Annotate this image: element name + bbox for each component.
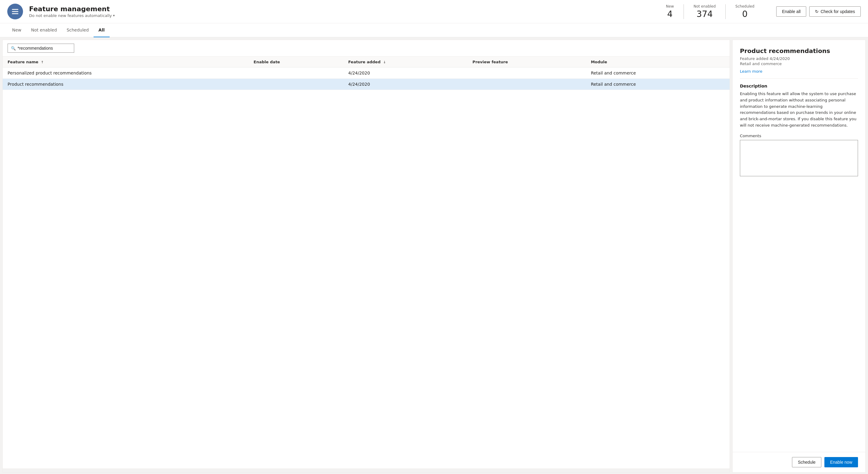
tab-new[interactable]: New: [7, 23, 26, 37]
stat-not-enabled: Not enabled 374: [684, 4, 726, 19]
detail-meta-added: Feature added 4/24/2020: [740, 56, 858, 61]
detail-footer: Schedule Enable now: [733, 452, 865, 472]
tab-scheduled[interactable]: Scheduled: [62, 23, 94, 37]
col-feature-name[interactable]: Feature name ↑: [3, 57, 249, 67]
cell-preview-feature: [468, 79, 586, 90]
col-module[interactable]: Module: [586, 57, 730, 67]
feature-table: Feature name ↑ Enable date Feature added…: [3, 57, 730, 90]
title-block: Feature management Do not enable new fea…: [29, 5, 650, 18]
cell-feature-added: 4/24/2020: [343, 67, 468, 79]
cell-feature-name: Personalized product recommendations: [3, 67, 249, 79]
cell-preview-feature: [468, 67, 586, 79]
comments-textarea[interactable]: [740, 140, 858, 176]
detail-panel: Product recommendations Feature added 4/…: [732, 40, 866, 473]
table-row[interactable]: Personalized product recommendations 4/2…: [3, 67, 730, 79]
description-title: Description: [740, 84, 858, 89]
header-actions: Enable all ↻ Check for updates: [776, 6, 861, 17]
learn-more-link[interactable]: Learn more: [740, 69, 762, 73]
tab-not-enabled[interactable]: Not enabled: [26, 23, 62, 37]
feature-list-pane: 🔍 Feature name ↑ Enable date: [2, 40, 730, 473]
detail-description: Enabling this feature will allow the sys…: [740, 91, 858, 129]
col-enable-date[interactable]: Enable date: [249, 57, 343, 67]
detail-content: Product recommendations Feature added 4/…: [733, 40, 865, 452]
svg-rect-2: [12, 13, 19, 14]
table-scroll[interactable]: Feature name ↑ Enable date Feature added…: [3, 57, 730, 469]
detail-meta-module: Retail and commerce: [740, 62, 858, 66]
comments-label: Comments: [740, 133, 858, 138]
check-updates-button[interactable]: ↻ Check for updates: [809, 6, 861, 17]
cell-module: Retail and commerce: [586, 79, 730, 90]
search-icon: 🔍: [11, 46, 16, 51]
chevron-down-icon: ▾: [113, 13, 115, 18]
search-input[interactable]: [18, 46, 71, 51]
table-header: Feature name ↑ Enable date Feature added…: [3, 57, 730, 67]
table-body: Personalized product recommendations 4/2…: [3, 67, 730, 90]
enable-now-button[interactable]: Enable now: [825, 457, 858, 467]
svg-rect-1: [12, 11, 19, 12]
cell-feature-name: Product recommendations: [3, 79, 249, 90]
stats-block: New 4 Not enabled 374 Scheduled 0: [656, 4, 764, 19]
page-title: Feature management: [29, 5, 650, 13]
enable-all-button[interactable]: Enable all: [776, 6, 807, 17]
cell-enable-date: [249, 79, 343, 90]
detail-divider: [740, 78, 858, 79]
col-feature-added[interactable]: Feature added ↓: [343, 57, 468, 67]
list-icon: [11, 7, 20, 16]
table-row[interactable]: Product recommendations 4/24/2020 Retail…: [3, 79, 730, 90]
main-content: 🔍 Feature name ↑ Enable date: [0, 37, 868, 474]
sort-desc-icon: ↓: [383, 60, 386, 64]
col-preview-feature[interactable]: Preview feature: [468, 57, 586, 67]
schedule-button[interactable]: Schedule: [792, 457, 821, 467]
search-input-wrap[interactable]: 🔍: [7, 43, 74, 53]
cell-enable-date: [249, 67, 343, 79]
cell-module: Retail and commerce: [586, 67, 730, 79]
subtitle-dropdown[interactable]: Do not enable new features automatically…: [29, 13, 650, 18]
sort-asc-icon: ↑: [41, 60, 43, 64]
tab-all[interactable]: All: [94, 23, 109, 37]
stat-scheduled: Scheduled 0: [726, 4, 764, 19]
search-bar: 🔍: [3, 40, 730, 57]
app-icon: [7, 4, 23, 20]
page-header: Feature management Do not enable new fea…: [0, 0, 868, 23]
cell-feature-added: 4/24/2020: [343, 79, 468, 90]
tab-bar: New Not enabled Scheduled All: [0, 23, 868, 37]
horizontal-scrollbar[interactable]: [3, 469, 730, 472]
stat-new: New 4: [656, 4, 684, 19]
refresh-icon: ↻: [815, 9, 818, 14]
svg-rect-0: [12, 9, 19, 10]
detail-title: Product recommendations: [740, 47, 858, 55]
